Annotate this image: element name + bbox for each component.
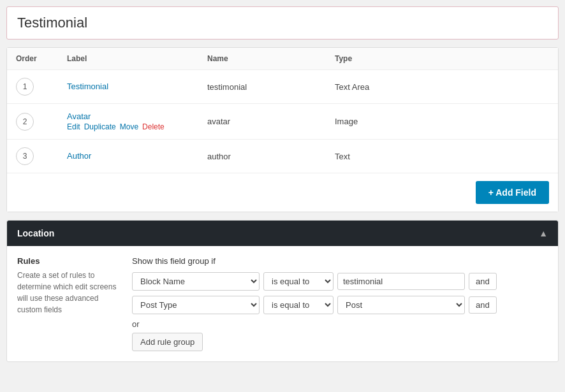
rule-2-condition-select[interactable]: is equal to is not equal to xyxy=(263,296,334,314)
rule-1-condition-select[interactable]: is equal to is not equal to xyxy=(263,272,334,291)
order-circle: 2 xyxy=(16,113,34,131)
location-section: Location ▲ Rules Create a set of rules t… xyxy=(6,220,559,362)
order-circle: 1 xyxy=(16,78,34,96)
show-if-label: Show this field group if xyxy=(132,256,548,266)
title-box: Testimonial xyxy=(6,6,559,40)
row-label-link[interactable]: Testimonial xyxy=(67,82,189,91)
row-action-edit[interactable]: Edit xyxy=(67,122,80,131)
location-body: Rules Create a set of rules to determine… xyxy=(7,246,558,361)
row-label-cell: Author xyxy=(58,140,198,173)
row-label-link[interactable]: Author xyxy=(67,151,189,161)
collapse-arrow-icon[interactable]: ▲ xyxy=(539,228,548,238)
rule-row-1: Block Name Post Type Page Template User … xyxy=(132,272,548,291)
row-action-duplicate[interactable]: Duplicate xyxy=(84,122,116,131)
location-title: Location xyxy=(17,228,54,238)
col-header-name: Name xyxy=(198,48,326,70)
fields-table: Order Label Name Type 1Testimonialtestim… xyxy=(7,48,558,173)
row-type-cell: Image xyxy=(326,104,558,140)
rule-2-field-select[interactable]: Block Name Post Type Page Template User … xyxy=(132,296,260,314)
page-title: Testimonial xyxy=(17,15,548,31)
add-field-button[interactable]: + Add Field xyxy=(476,181,549,204)
row-type-cell: Text Area xyxy=(326,70,558,104)
row-order-cell: 2 xyxy=(7,104,58,140)
fields-section: Order Label Name Type 1Testimonialtestim… xyxy=(6,47,559,212)
row-order-cell: 3 xyxy=(7,140,58,173)
rule-2-and-button[interactable]: and xyxy=(469,296,497,314)
rule-1-and-button[interactable]: and xyxy=(469,273,497,290)
col-header-label: Label xyxy=(58,48,198,70)
rule-row-2: Block Name Post Type Page Template User … xyxy=(132,296,548,314)
table-row: 1TestimonialtestimonialText Area xyxy=(7,70,558,104)
rule-2-value-select[interactable]: Post Page Custom Post Type xyxy=(337,296,465,314)
row-label-link[interactable]: Avatar xyxy=(67,112,189,121)
order-circle: 3 xyxy=(16,147,34,165)
row-label-cell: Testimonial xyxy=(58,70,198,104)
table-row: 3AuthorauthorText xyxy=(7,140,558,173)
rule-1-field-select[interactable]: Block Name Post Type Page Template User … xyxy=(132,272,260,291)
row-order-cell: 1 xyxy=(7,70,58,104)
table-row: 2AvatarEditDuplicateMoveDeleteavatarImag… xyxy=(7,104,558,140)
add-field-row: + Add Field xyxy=(7,173,558,212)
row-name-cell: author xyxy=(198,140,326,173)
or-label: or xyxy=(132,319,548,329)
rule-1-value-input[interactable] xyxy=(337,273,465,290)
col-header-order: Order xyxy=(7,48,58,70)
location-header: Location ▲ xyxy=(7,221,558,246)
add-rule-group-button[interactable]: Add rule group xyxy=(132,333,203,351)
row-name-cell: avatar xyxy=(198,104,326,140)
row-action-move[interactable]: Move xyxy=(120,122,138,131)
page-wrapper: Testimonial Order Label Name Type 1Testi… xyxy=(0,0,565,392)
rules-description: Create a set of rules to determine which… xyxy=(17,270,119,316)
rules-content: Show this field group if Block Name Post… xyxy=(132,256,548,351)
rules-sidebar: Rules Create a set of rules to determine… xyxy=(17,256,119,351)
row-type-cell: Text xyxy=(326,140,558,173)
rules-title: Rules xyxy=(17,256,119,266)
col-header-type: Type xyxy=(326,48,558,70)
row-actions: EditDuplicateMoveDelete xyxy=(67,122,189,131)
row-label-cell: AvatarEditDuplicateMoveDelete xyxy=(58,104,198,140)
row-action-delete[interactable]: Delete xyxy=(142,122,165,131)
row-name-cell: testimonial xyxy=(198,70,326,104)
